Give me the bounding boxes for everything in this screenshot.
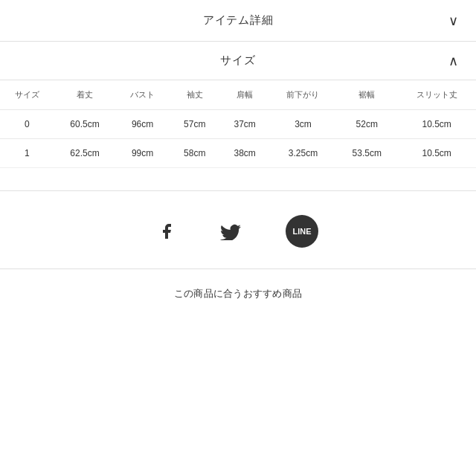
table-row: 060.5cm96cm57cm37cm3cm52cm10.5cm xyxy=(0,110,476,139)
size-table: サイズ 着丈 バスト 袖丈 肩幅 前下がり 裾幅 スリット丈 060.5cm96… xyxy=(0,80,476,168)
table-cell: 58cm xyxy=(170,139,219,168)
table-cell: 96cm xyxy=(115,110,170,139)
col-kidake: 着丈 xyxy=(54,80,115,110)
table-cell: 57cm xyxy=(170,110,219,139)
table-cell: 38cm xyxy=(219,139,269,168)
table-cell: 62.5cm xyxy=(54,139,115,168)
table-cell: 60.5cm xyxy=(54,110,115,139)
col-maesagari: 前下がり xyxy=(270,80,336,110)
table-cell: 3cm xyxy=(270,110,336,139)
size-table-wrapper: サイズ 着丈 バスト 袖丈 肩幅 前下がり 裾幅 スリット丈 060.5cm96… xyxy=(0,80,476,168)
col-katahaba: 肩幅 xyxy=(219,80,269,110)
facebook-icon[interactable] xyxy=(158,222,176,240)
size-title: サイズ xyxy=(220,54,255,68)
item-detail-chevron: ∨ xyxy=(448,13,458,29)
social-section: LINE xyxy=(0,191,476,269)
line-badge[interactable]: LINE xyxy=(286,215,318,248)
line-text: LINE xyxy=(292,227,311,236)
col-size: サイズ xyxy=(0,80,54,110)
col-bust: バスト xyxy=(115,80,170,110)
table-header-row: サイズ 着丈 バスト 袖丈 肩幅 前下がり 裾幅 スリット丈 xyxy=(0,80,476,110)
item-detail-title: アイテム詳細 xyxy=(203,13,274,28)
size-bottom-padding xyxy=(0,168,476,190)
table-cell: 52cm xyxy=(336,110,397,139)
twitter-icon[interactable] xyxy=(220,222,241,240)
size-chevron: ∧ xyxy=(448,53,458,69)
table-cell: 3.25cm xyxy=(270,139,336,168)
recommendation-section: この商品に合うおすすめ商品 xyxy=(0,269,476,318)
table-cell: 0 xyxy=(0,110,54,139)
col-slitdake: スリット丈 xyxy=(397,80,476,110)
item-detail-header[interactable]: アイテム詳細 ∨ xyxy=(0,0,476,42)
table-cell: 37cm xyxy=(219,110,269,139)
line-icon[interactable]: LINE xyxy=(286,215,318,248)
table-cell: 1 xyxy=(0,139,54,168)
table-cell: 10.5cm xyxy=(397,110,476,139)
col-suhaba: 裾幅 xyxy=(336,80,397,110)
table-cell: 53.5cm xyxy=(336,139,397,168)
table-cell: 10.5cm xyxy=(397,139,476,168)
col-sodedake: 袖丈 xyxy=(170,80,219,110)
size-header[interactable]: サイズ ∧ xyxy=(0,42,476,80)
recommendation-text: この商品に合うおすすめ商品 xyxy=(174,287,302,300)
table-row: 162.5cm99cm58cm38cm3.25cm53.5cm10.5cm xyxy=(0,139,476,168)
table-cell: 99cm xyxy=(115,139,170,168)
size-section: サイズ ∧ サイズ 着丈 バスト 袖丈 肩幅 前下がり 裾幅 スリット丈 xyxy=(0,42,476,191)
